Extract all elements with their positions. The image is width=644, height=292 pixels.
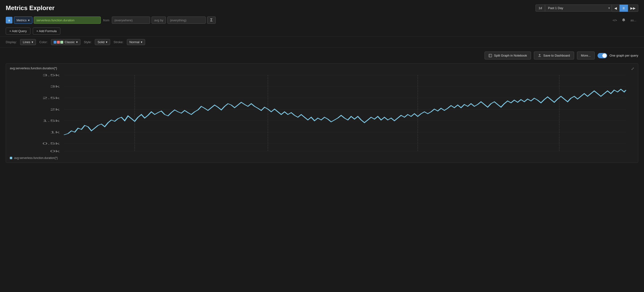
chart-area: 3.5k 3k 2.5k 2k 1.5k 1k 0.5k 0k 18:00 Tu…	[10, 72, 634, 154]
style-label: Style:	[84, 40, 92, 44]
chart-actions: Split Graph in Notebook Save to Dashboar…	[0, 48, 644, 63]
upload-icon	[538, 54, 541, 57]
group-input[interactable]: (everything)	[167, 17, 206, 24]
time-preset-button[interactable]: 1d	[536, 5, 545, 12]
svg-text:Tue 7: Tue 7	[256, 154, 280, 154]
svg-text:0k: 0k	[50, 150, 60, 153]
avg-by-label: avg by	[152, 17, 166, 24]
metrics-chevron-icon: ▾	[28, 19, 30, 22]
svg-text:1k: 1k	[50, 130, 60, 134]
time-pause-button[interactable]: ⏸	[620, 5, 628, 12]
time-back-button[interactable]: ◀	[612, 5, 620, 12]
from-label: from	[102, 19, 110, 22]
legend-color-dot	[10, 157, 12, 159]
one-graph-label: One graph per query	[610, 54, 638, 57]
more-button[interactable]: More...	[577, 52, 595, 59]
chart-container: ⤢ avg:serverless.function.duration{*} 3.…	[6, 63, 638, 163]
svg-text:12:00: 12:00	[548, 154, 571, 154]
page-title: Metrics Explorer	[6, 4, 54, 12]
svg-text:2.5k: 2.5k	[42, 96, 60, 100]
style-dropdown[interactable]: Solid ▾	[95, 39, 110, 45]
split-graph-label: Split Graph in Notebook	[494, 54, 527, 57]
split-graph-button[interactable]: Split Graph in Notebook	[484, 52, 531, 59]
stroke-label: Stroke:	[114, 40, 123, 44]
right-query-actions: </> as...	[611, 17, 638, 23]
color-dropdown[interactable]: Classic ▾	[51, 39, 80, 45]
toggle-switch[interactable]	[598, 53, 607, 58]
solid-label: Solid	[98, 40, 104, 44]
alert-button[interactable]	[620, 17, 628, 23]
add-formula-button[interactable]: + Add Formula	[33, 28, 60, 35]
svg-text:2k: 2k	[50, 108, 60, 111]
svg-text:06:00: 06:00	[406, 154, 429, 154]
display-bar: Display: Lines ▾ Color: Classic ▾ Style:…	[0, 37, 644, 48]
filter-input[interactable]: (everywhere)	[112, 17, 150, 24]
color-theme-label: Classic	[65, 40, 75, 44]
metric-name-input[interactable]: serverless.function.duration	[34, 17, 101, 24]
svg-text:3k: 3k	[50, 85, 60, 88]
legend-label: avg:serverless.function.duration{*}	[14, 156, 58, 160]
code-button[interactable]: </>	[611, 17, 619, 23]
time-controls: 1d Past 1 Day Past 1 Hour Past 4 Hours P…	[536, 5, 638, 12]
lines-chevron-icon: ▾	[32, 40, 33, 44]
svg-text:18:00: 18:00	[123, 154, 146, 154]
bell-icon	[622, 18, 626, 22]
stroke-chevron-icon: ▾	[141, 40, 142, 44]
query-letter: a	[6, 17, 12, 24]
chart-title: avg:serverless.function.duration{*}	[10, 66, 634, 70]
time-range-select[interactable]: Past 1 Day Past 1 Hour Past 4 Hours Past…	[545, 5, 612, 12]
color-swatch	[54, 41, 63, 44]
add-query-button[interactable]: + Add Query	[6, 28, 30, 35]
svg-text:1.5k: 1.5k	[42, 119, 60, 122]
add-buttons-bar: + Add Query + Add Formula	[0, 26, 644, 37]
metrics-label: Metrics	[16, 19, 26, 22]
normal-label: Normal	[130, 40, 140, 44]
lines-label: Lines	[23, 40, 30, 44]
one-graph-toggle: One graph per query	[598, 53, 638, 58]
svg-text:3.5k: 3.5k	[42, 73, 60, 77]
save-dashboard-button[interactable]: Save to Dashboard	[534, 52, 574, 59]
save-dashboard-label: Save to Dashboard	[543, 54, 570, 57]
query-bar: a Metrics ▾ serverless.function.duration…	[0, 15, 644, 26]
svg-text:0.5k: 0.5k	[42, 142, 60, 145]
color-label: Color:	[39, 40, 48, 44]
style-chevron-icon: ▾	[106, 40, 108, 44]
stroke-dropdown[interactable]: Normal ▾	[127, 39, 145, 45]
time-range-wrapper: Past 1 Day Past 1 Hour Past 4 Hours Past…	[545, 5, 612, 12]
line-chart-svg: 3.5k 3k 2.5k 2k 1.5k 1k 0.5k 0k 18:00 Tu…	[10, 72, 634, 154]
chart-legend: avg:serverless.function.duration{*}	[10, 156, 634, 160]
display-label: Display:	[6, 40, 17, 44]
metrics-select[interactable]: Metrics ▾	[14, 17, 32, 24]
notebook-icon	[489, 54, 492, 57]
chart-header: ⤢ avg:serverless.function.duration{*}	[10, 66, 634, 70]
svg-rect-0	[489, 54, 492, 57]
time-forward-button[interactable]: ▶▶	[628, 5, 638, 12]
color-chevron-icon: ▾	[76, 40, 78, 44]
as-button[interactable]: as...	[628, 17, 638, 23]
avg-by-text: avg by	[154, 19, 163, 22]
header: Metrics Explorer 1d Past 1 Day Past 1 Ho…	[0, 0, 644, 15]
lines-dropdown[interactable]: Lines ▾	[20, 39, 36, 45]
expand-icon[interactable]: ⤢	[631, 66, 634, 71]
sigma-button[interactable]: Σ	[207, 17, 216, 24]
